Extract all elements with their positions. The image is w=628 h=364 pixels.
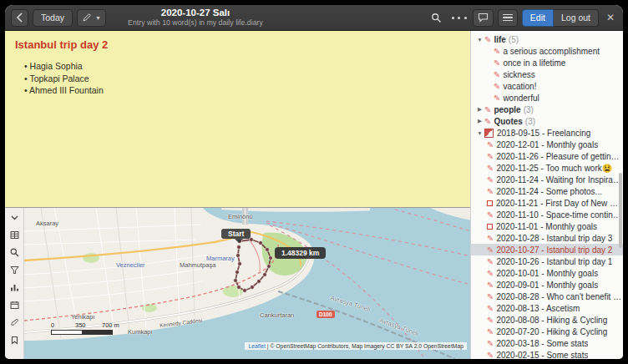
chapter-row[interactable]: 2018-09-15 - Freelancing <box>471 127 623 139</box>
brush-icon[interactable] <box>8 316 22 329</box>
entry-row[interactable]: 2020-11-24 - Some photos... <box>471 185 623 197</box>
header-right-group: Edit Log out ✕ <box>428 5 618 30</box>
tag-label: people <box>494 105 520 114</box>
subtag-label: vacation! <box>503 82 536 91</box>
entry-label: 2020-10-27 - Istanbul trip day 2 <box>496 245 612 255</box>
edit-entry-dropdown-button[interactable]: ▼ <box>77 9 106 27</box>
expander-icon[interactable] <box>475 106 484 113</box>
subtag-row[interactable]: sickness <box>471 68 623 80</box>
tag-pencil-icon <box>494 58 500 68</box>
leaflet-credit[interactable]: Leaflet <box>248 343 265 349</box>
entry-pencil-icon <box>487 245 494 255</box>
tag-pencil-icon <box>484 117 491 126</box>
entry-row[interactable]: 2020-10-26 - Istanbul trip day 1 <box>471 255 623 267</box>
header-bar: Today ▼ 2020-10-27 Salı Entry with 10 wo… <box>5 5 623 31</box>
entry-label: 2020-11-25 - Too much work😫 <box>496 164 612 173</box>
entry-pencil-icon <box>487 210 494 220</box>
edit-toggle-button[interactable]: Edit <box>522 9 554 27</box>
chart-icon[interactable] <box>8 281 22 294</box>
kebab-icon <box>452 17 454 19</box>
road-shield-d100: D100 <box>317 311 335 318</box>
tag-pencil-icon <box>484 35 491 44</box>
expander-icon[interactable] <box>475 118 484 124</box>
entry-row[interactable]: 2020-11-10 - Space-time continuum <box>471 209 623 220</box>
subtag-label: wonderful <box>503 94 539 103</box>
subtag-row[interactable]: a serious accomplishment <box>471 45 623 57</box>
more-options-button[interactable] <box>450 8 468 27</box>
route-start-marker[interactable]: Start <box>221 229 251 239</box>
entry-row[interactable]: 2020-08-28 - Who can't benefit from ... <box>471 291 623 302</box>
entry-row[interactable]: 2020-08-08 - Hiking & Cycling <box>471 314 623 326</box>
todo-checkbox-icon <box>487 200 493 206</box>
tag-count: (5) <box>509 35 519 44</box>
chat-button[interactable] <box>473 9 494 27</box>
chat-bubble-icon <box>478 13 489 23</box>
main-menu-button[interactable] <box>498 9 518 27</box>
entry-label: 2020-11-26 - Pleasure of getting exac... <box>496 152 623 161</box>
tag-pencil-icon <box>494 70 500 79</box>
expander-icon[interactable] <box>475 37 484 43</box>
map-canvas[interactable]: Eminönü Mahmutpaşa Cankurtaran Kumkapı Y… <box>24 208 470 359</box>
logout-button[interactable]: Log out <box>554 9 599 27</box>
entry-row[interactable]: 2020-09-01 - Monthly goals <box>471 279 623 291</box>
entry-label: 2020-07-20 - Hiking & Cycling <box>496 327 607 336</box>
entry-row[interactable]: 2020-08-13 - Ascetism <box>471 302 623 314</box>
map-label: Yenikapı <box>71 313 95 321</box>
expander-icon[interactable] <box>475 130 484 136</box>
entry-label: 2020-11-21 - First Day of New Covid R... <box>496 199 623 208</box>
entry-pencil-icon <box>487 316 494 325</box>
entry-row[interactable]: 2020-03-18 - Some stats <box>471 337 623 349</box>
header-left-group: Today ▼ <box>11 9 106 27</box>
entry-pencil-icon <box>487 304 494 313</box>
subtag-row[interactable]: wonderful <box>471 92 623 104</box>
zoom-icon[interactable] <box>8 246 22 259</box>
entry-tree-sidebar: life (5) a serious accomplishment once i… <box>470 31 623 359</box>
table-icon[interactable] <box>8 229 22 241</box>
map-attribution: Leaflet | © OpenStreetMap Contributors, … <box>245 342 467 350</box>
entry-pencil-icon <box>487 257 494 266</box>
collapse-icon[interactable] <box>8 211 22 224</box>
entry-row[interactable]: 2020-07-20 - Hiking & Cycling <box>471 326 623 337</box>
entry-label: 2020-11-10 - Space-time continuum <box>496 210 623 220</box>
tag-row-life[interactable]: life (5) <box>471 33 623 45</box>
page-title: 2020-10-27 Salı <box>102 7 289 18</box>
window-close-button[interactable]: ✕ <box>603 12 618 23</box>
back-button[interactable] <box>11 9 28 27</box>
tag-count: (3) <box>524 105 534 114</box>
bookmark-icon[interactable] <box>8 334 22 346</box>
entry-row-selected[interactable]: 2020-10-27 - Istanbul trip day 2 <box>471 244 623 255</box>
today-button[interactable]: Today <box>33 9 73 27</box>
entry-row[interactable]: 2020-02-15 - Some stats <box>471 349 623 359</box>
sidebar-scrollbar[interactable] <box>619 173 622 248</box>
map-label: Cankurtaran <box>260 311 294 319</box>
subtag-row[interactable]: once in a lifetime <box>471 57 623 68</box>
calendar-icon[interactable] <box>8 299 22 311</box>
edit-logout-group: Edit Log out <box>522 9 599 27</box>
tag-row-quotes[interactable]: Quotes (3) <box>471 115 623 127</box>
search-button[interactable] <box>428 8 446 27</box>
entry-label: 2020-10-26 - Istanbul trip day 1 <box>496 257 612 266</box>
entry-pencil-icon <box>487 351 494 360</box>
entry-row[interactable]: 2020-11-01 - Monthly goals <box>471 220 623 232</box>
entry-row[interactable]: 2020-10-28 - Istanbul trip day 3 <box>471 232 623 244</box>
entry-row[interactable]: 2020-11-25 - Too much work😫 <box>471 162 623 174</box>
entry-row[interactable]: 2020-12-01 - Monthly goals <box>471 139 623 150</box>
subtag-row[interactable]: vacation! <box>471 80 623 92</box>
filter-icon[interactable] <box>8 264 22 276</box>
chevron-left-icon <box>16 13 23 23</box>
entry-pencil-icon <box>487 339 494 348</box>
entry-editor[interactable]: Istanbul trip day 2 Hagia Sophia Topkapi… <box>5 31 470 207</box>
entry-bullet-list: Hagia Sophia Topkapi Palace Ahmed III Fo… <box>15 60 460 97</box>
entry-label: 2020-08-13 - Ascetism <box>496 304 580 313</box>
entry-row[interactable]: 2020-11-26 - Pleasure of getting exac... <box>471 150 623 162</box>
entry-pencil-icon <box>487 269 494 278</box>
tag-pencil-icon <box>494 47 500 56</box>
scale-end: 700 m <box>102 321 119 329</box>
entry-row[interactable]: 2020-11-21 - First Day of New Covid R... <box>471 197 623 209</box>
map-scale-bar: 0 350 700 m <box>51 321 126 335</box>
entry-row[interactable]: 2020-11-24 - Waiting for Inspiration... <box>471 174 623 185</box>
entry-row[interactable]: 2020-10-01 - Monthly goals <box>471 267 623 279</box>
tag-row-people[interactable]: people (3) <box>471 104 623 115</box>
subtag-label: a serious accomplishment <box>503 47 600 56</box>
entry-pencil-icon <box>487 327 494 336</box>
